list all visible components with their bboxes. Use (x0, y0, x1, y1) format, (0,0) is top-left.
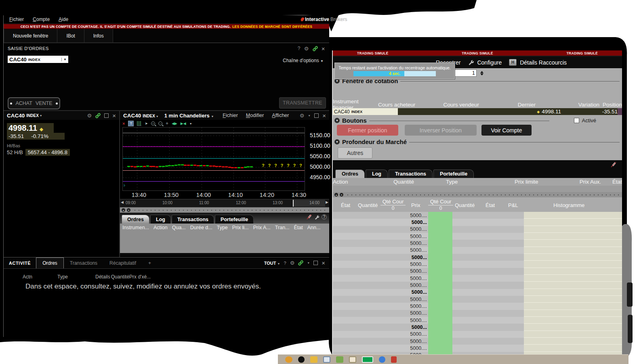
reverse-position-button[interactable]: Inverser Position (405, 125, 477, 136)
price-cell[interactable]: 5000.... (405, 310, 428, 317)
price-cell[interactable]: 5000.... (405, 212, 428, 219)
column-header[interactable]: État (294, 225, 303, 230)
wrench-icon[interactable] (314, 215, 319, 220)
column-header[interactable]: Dernier (479, 102, 536, 108)
depth-row[interactable]: 5000... (333, 289, 622, 296)
chart-timeline-scrollbar[interactable]: ◀ ▶ 09:0010:0011:0012:0013:0014:00 (120, 199, 329, 207)
price-cell[interactable]: 5000.... (405, 282, 428, 289)
maximize-icon[interactable] (104, 113, 109, 118)
price-cell[interactable]: 5000... (405, 289, 428, 296)
column-header[interactable]: Type (57, 274, 68, 280)
depth-row[interactable]: 5000.... (333, 303, 622, 310)
qty-stepper[interactable] (480, 71, 483, 75)
taskbar-icon[interactable] (349, 356, 356, 363)
maximize-icon[interactable] (314, 113, 319, 118)
activity-tab-ordres[interactable]: Ordres (36, 257, 64, 268)
depth-row[interactable]: 5000.... (333, 212, 622, 219)
ibot-button[interactable]: IBot (57, 29, 84, 42)
taskbar-icon[interactable] (336, 356, 343, 363)
column-header[interactable]: Quantité (455, 202, 475, 208)
option-chain-button[interactable]: Chaîne d'options ▼ (283, 58, 324, 63)
link-icon[interactable] (313, 46, 318, 51)
view-account-button[interactable]: Voir Compte (481, 125, 532, 136)
collapse-up-icon[interactable]: ▲ (122, 208, 125, 212)
bid-size-cell[interactable] (428, 226, 452, 233)
splitter-handle[interactable] (135, 210, 327, 211)
tab-log[interactable]: Log (150, 215, 171, 224)
column-header[interactable]: Durée d... (190, 225, 212, 230)
column-header[interactable]: Type (446, 179, 515, 185)
chart-menu-afficher[interactable]: Afficher (272, 113, 289, 118)
column-header[interactable]: Cours vendeur (427, 102, 479, 108)
taskbar-icon[interactable] (285, 356, 292, 363)
activity-tab-add[interactable]: + (142, 257, 157, 268)
expand-bars-icon[interactable]: ◀▶ (172, 121, 177, 126)
scroll-left-icon[interactable]: ◀ (121, 200, 124, 204)
depth-row[interactable]: 5000.... (333, 282, 622, 289)
price-chart-plot[interactable]: ⊦ ??????? (122, 127, 305, 191)
depth-row[interactable]: 5000.... (333, 310, 622, 317)
column-header[interactable]: Prix (411, 202, 420, 208)
chart-menu-modifier[interactable]: Modifier (246, 113, 264, 118)
chevron-down-icon[interactable]: ▼ (189, 122, 192, 125)
close-position-button[interactable]: Fermer position (337, 125, 398, 136)
bid-size-cell[interactable] (428, 219, 452, 226)
column-header[interactable]: Action (153, 225, 168, 230)
taskbar-icon[interactable] (310, 356, 317, 363)
depth-row[interactable]: 5000.... (333, 338, 622, 345)
time-axis[interactable]: 13:4013:5014:0014:1014:2014:30 (122, 191, 305, 199)
column-header[interactable]: Actn (23, 274, 32, 280)
tab-ordres[interactable]: Ordres (335, 169, 365, 178)
tab-portefeuille[interactable]: Portefeuille (433, 169, 474, 178)
taskbar-icon[interactable] (362, 356, 373, 363)
chevron-down-icon[interactable]: ▼ (40, 114, 42, 117)
collapse-down-icon[interactable]: ▼ (340, 193, 343, 197)
price-cell[interactable]: 5000... (405, 254, 428, 261)
column-header[interactable]: Qté Cour 0 (380, 199, 406, 211)
close-icon[interactable]: × (112, 112, 116, 119)
text-annotation-icon[interactable]: T (128, 121, 134, 126)
column-header[interactable]: Instrumen... (122, 225, 149, 230)
price-cell[interactable]: 5000.... (405, 268, 428, 275)
close-icon[interactable]: × (322, 45, 325, 52)
bid-size-cell[interactable] (428, 352, 452, 354)
taskbar-icon[interactable] (379, 356, 385, 363)
activity-tab-recapitulatif[interactable]: Récapitulatif (103, 257, 142, 268)
price-cell[interactable]: 5000.... (405, 247, 428, 254)
column-header[interactable]: État (612, 179, 622, 185)
new-window-button[interactable]: Nouvelle fenêtre (4, 29, 57, 42)
price-cell[interactable]: 5000.... (405, 233, 428, 240)
price-cell[interactable]: 5000.... (405, 338, 428, 345)
pencil-slash-icon[interactable] (307, 214, 312, 220)
zoom-out-icon[interactable]: − (158, 121, 162, 126)
link-icon[interactable] (95, 113, 101, 118)
bid-size-cell[interactable] (428, 212, 452, 219)
close-icon[interactable]: × (322, 112, 326, 119)
quote-window-row[interactable]: CAC40INDEX ◆4998.11 -35.51 (333, 108, 622, 115)
column-header[interactable]: Variation (536, 102, 603, 108)
chevron-down-icon[interactable]: ▼ (308, 114, 311, 117)
help-icon[interactable]: ? (284, 261, 286, 266)
tab-transactions[interactable]: Transactions (389, 169, 433, 178)
help-icon[interactable]: ? (298, 46, 301, 51)
remove-study-icon[interactable]: × (122, 121, 125, 126)
menu-compte[interactable]: Compte (33, 17, 50, 22)
panel-splitter[interactable]: ▲ ▼ (333, 192, 622, 197)
depth-row[interactable]: 5000.... (333, 275, 622, 282)
depth-row[interactable]: 5000.... (333, 247, 622, 254)
shortcuts-button[interactable]: Détails Raccourcis (520, 59, 567, 66)
bid-size-cell[interactable] (428, 324, 452, 331)
gear-icon[interactable]: ⚙ (304, 46, 309, 52)
tab-ordres[interactable]: Ordres (122, 215, 149, 224)
infos-button[interactable]: Infos (84, 29, 113, 42)
price-cell[interactable]: 5000.... (405, 261, 428, 268)
column-header[interactable]: Quantité (393, 179, 446, 185)
collapse-up-icon[interactable]: ▲ (334, 193, 338, 197)
bid-size-cell[interactable] (428, 289, 452, 296)
bid-size-cell[interactable] (428, 275, 452, 282)
depth-row[interactable]: 5000... (333, 324, 622, 331)
column-header[interactable]: Action (333, 179, 393, 185)
bid-size-cell[interactable] (428, 233, 452, 240)
depth-row[interactable]: 5000.... (333, 233, 622, 240)
depth-row[interactable]: 5000.... (333, 296, 622, 303)
